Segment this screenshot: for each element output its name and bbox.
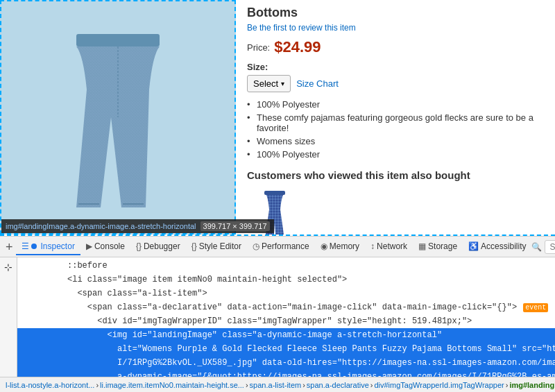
devtools-left-icons: ⊹ (0, 257, 17, 377)
devtools-tabs: + ☰Inspector▶Console{}Debugger{}Style Ed… (0, 237, 555, 257)
tab-label: Network (377, 241, 407, 251)
html-line[interactable]: I/71RPgG%2BkvOL._UX589_.jpg" data-old-hi… (17, 356, 555, 370)
product-image-section: img#landingImage.a-dynamic-image.a-stret… (0, 0, 236, 235)
html-line[interactable]: ::before (17, 259, 555, 273)
tab-label: Performance (262, 241, 309, 251)
breadcrumb-separator: › (96, 381, 99, 389)
size-chart-link[interactable]: Size Chart (296, 78, 339, 89)
breadcrumb-bar: l-list.a-nostyle.a-horizont... › li.imag… (0, 377, 555, 392)
size-controls: Select ▾ Size Chart (247, 75, 544, 92)
product-details: Bottoms Be the first to review this item… (236, 0, 555, 235)
breadcrumb-item[interactable]: l-list.a-nostyle.a-horizont... (6, 381, 94, 389)
product-title: Bottoms (247, 6, 544, 20)
devtools-tab-memory[interactable]: ◉Memory (315, 239, 365, 255)
tab-label: Console (94, 241, 125, 251)
add-panel-button[interactable]: + (3, 241, 16, 253)
devtools-tab-storage[interactable]: ▦Storage (413, 239, 463, 255)
breadcrumb-item[interactable]: li.image.item.itemNo0.maintain-height.se… (100, 381, 244, 389)
breadcrumb-item[interactable]: div#imgTagWrapperId.imgTagWrapper (374, 381, 504, 389)
html-line[interactable]: <img id="landingImage" class="a-dynamic-… (17, 328, 555, 342)
search-html-input[interactable] (545, 240, 555, 254)
html-line[interactable]: <span class="a-list-item"> (17, 287, 555, 300)
size-label: Size: (247, 62, 544, 72)
devtools-tab-network[interactable]: ↕Network (365, 239, 413, 255)
tab-label: Inspector (41, 241, 75, 251)
tab-icon-inspector: ☰ (22, 241, 29, 251)
feature-item: 100% Polyester (247, 148, 544, 161)
html-line[interactable]: <li class="image item itemNo0 maintain-h… (17, 273, 555, 287)
devtools-tab-style-editor[interactable]: {}Style Editor (186, 239, 247, 255)
tab-icon-storage: ▦ (418, 241, 426, 251)
html-line[interactable]: alt="Womens Purple & Gold Flecked Fleece… (17, 342, 555, 356)
tab-label: Memory (330, 241, 359, 251)
devtools-html-content: ::before <li class="image item itemNo0 m… (17, 257, 555, 377)
inspector-dot (31, 244, 37, 249)
search-icon: 🔍 (531, 242, 542, 252)
html-line[interactable]: <div id="imgTagWrapperID" class="imgTagW… (17, 314, 555, 328)
devtools-main: ⊹ ::before <li class="image item itemNo0… (0, 257, 555, 377)
devtools-search-area: 🔍 (531, 240, 555, 254)
element-picker-icon[interactable]: ⊹ (3, 260, 14, 274)
breadcrumb-separator: › (370, 381, 373, 389)
tab-icon-console: ▶ (86, 241, 92, 251)
breadcrumb-separator: › (246, 381, 248, 389)
tab-label: Style Editor (199, 241, 241, 251)
breadcrumb-item[interactable]: img#landingImage.a-dynamic-image.a-stret… (509, 381, 555, 389)
breadcrumb-item[interactable]: span.a-list-item (250, 381, 302, 389)
tab-icon-accessibility: ♿ (468, 241, 479, 251)
also-bought-title: Customers who viewed this item also boug… (247, 169, 544, 181)
image-tooltip: img#landingImage.a-dynamic-image.a-stret… (1, 219, 274, 233)
html-line[interactable]: <span class="a-declarative" data-action=… (17, 300, 555, 314)
size-select[interactable]: Select ▾ (247, 75, 291, 92)
tab-icon-memory: ◉ (321, 241, 327, 251)
select-label: Select (253, 78, 278, 89)
review-link[interactable]: Be the first to review this item (247, 23, 544, 33)
feature-item: Womens sizes (247, 135, 544, 148)
features-list: 100% PolyesterThese comfy pajamas featur… (247, 98, 544, 161)
size-row: Size: Select ▾ Size Chart (247, 62, 544, 92)
tab-label: Storage (428, 241, 457, 251)
devtools-panel: + ☰Inspector▶Console{}Debugger{}Style Ed… (0, 236, 555, 392)
product-area: img#landingImage.a-dynamic-image.a-stret… (0, 0, 555, 236)
tab-icon-debugger: {} (136, 241, 142, 251)
svg-rect-4 (76, 34, 160, 46)
devtools-tab-debugger[interactable]: {}Debugger (130, 239, 186, 255)
dropdown-arrow: ▾ (281, 80, 284, 87)
tab-label: Debugger (144, 241, 180, 251)
also-bought-items: Cherokee $6.75 (247, 187, 544, 235)
breadcrumb-separator: › (302, 381, 305, 389)
product-image (56, 27, 180, 207)
feature-item: These comfy pajamas featuring gorgeous g… (247, 111, 544, 135)
breadcrumb-separator: › (506, 381, 509, 389)
tooltip-selector: img#landingImage.a-dynamic-image.a-stret… (6, 222, 196, 230)
devtools-tab-performance[interactable]: ◷Performance (247, 239, 315, 255)
devtools-tab-console[interactable]: ▶Console (80, 239, 130, 255)
html-line[interactable]: a-dynamic-image="{&quot;https://images-n… (17, 370, 555, 377)
svg-rect-11 (264, 191, 285, 195)
price-value: $24.99 (274, 38, 321, 56)
tooltip-dimensions: 399.717 × 399.717 (200, 221, 270, 231)
devtools-tab-accessibility[interactable]: ♿Accessibility (463, 239, 531, 255)
devtools-tab-inspector[interactable]: ☰Inspector (16, 239, 80, 255)
tab-icon-performance: ◷ (253, 241, 259, 251)
tab-label: Accessibility (481, 241, 526, 251)
tab-icon-network: ↕ (370, 241, 375, 251)
event-badge: event (523, 303, 548, 312)
tab-icon-style-editor: {} (191, 241, 197, 251)
price-label: Price: (247, 42, 270, 53)
feature-item: 100% Polyester (247, 98, 544, 111)
price-row: Price: $24.99 (247, 38, 544, 56)
breadcrumb-item[interactable]: span.a-declarative (307, 381, 369, 389)
